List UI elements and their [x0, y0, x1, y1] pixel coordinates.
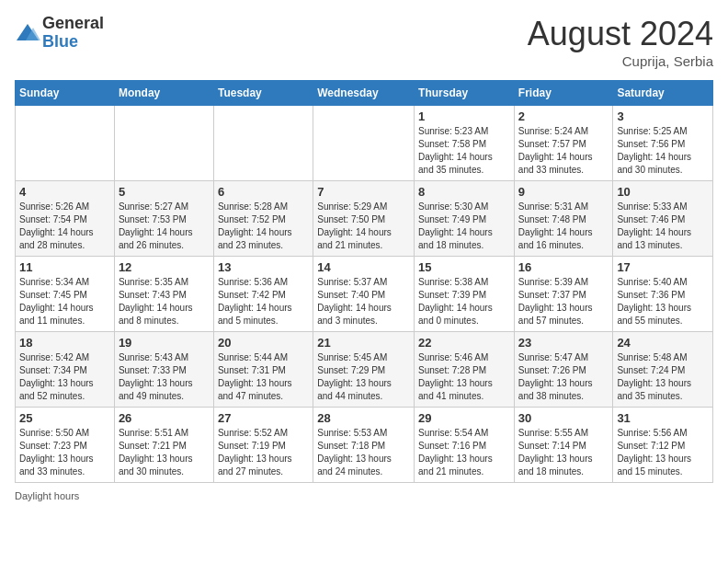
- day-info: Sunrise: 5:56 AM Sunset: 7:12 PM Dayligh…: [617, 427, 709, 478]
- calendar-cell: 29Sunrise: 5:54 AM Sunset: 7:16 PM Dayli…: [415, 408, 515, 483]
- day-number: 12: [119, 260, 210, 274]
- daylight-label: Daylight hours: [15, 490, 79, 501]
- day-number: 29: [418, 411, 510, 425]
- calendar-cell: 15Sunrise: 5:38 AM Sunset: 7:39 PM Dayli…: [415, 257, 515, 332]
- day-info: Sunrise: 5:30 AM Sunset: 7:49 PM Dayligh…: [418, 201, 510, 252]
- weekday-header-thursday: Thursday: [415, 81, 515, 106]
- calendar-cell: 18Sunrise: 5:42 AM Sunset: 7:34 PM Dayli…: [16, 332, 115, 408]
- calendar-header: SundayMondayTuesdayWednesdayThursdayFrid…: [16, 81, 713, 106]
- logo-general-text: General: [42, 15, 104, 33]
- day-number: 4: [19, 185, 110, 199]
- day-info: Sunrise: 5:34 AM Sunset: 7:45 PM Dayligh…: [19, 276, 110, 327]
- logo-text: General Blue: [42, 15, 104, 52]
- weekday-header-row: SundayMondayTuesdayWednesdayThursdayFrid…: [16, 81, 713, 106]
- calendar-cell: 8Sunrise: 5:30 AM Sunset: 7:49 PM Daylig…: [415, 181, 515, 257]
- calendar-cell: 23Sunrise: 5:47 AM Sunset: 7:26 PM Dayli…: [514, 332, 613, 408]
- footer: Daylight hours: [15, 490, 713, 501]
- day-info: Sunrise: 5:36 AM Sunset: 7:42 PM Dayligh…: [218, 276, 309, 327]
- day-info: Sunrise: 5:28 AM Sunset: 7:52 PM Dayligh…: [218, 201, 309, 252]
- calendar-cell: 30Sunrise: 5:55 AM Sunset: 7:14 PM Dayli…: [514, 408, 613, 483]
- day-info: Sunrise: 5:54 AM Sunset: 7:16 PM Dayligh…: [418, 427, 510, 478]
- day-number: 15: [418, 260, 510, 274]
- day-number: 22: [418, 336, 510, 350]
- day-number: 1: [418, 109, 510, 123]
- day-info: Sunrise: 5:52 AM Sunset: 7:19 PM Dayligh…: [218, 427, 309, 478]
- day-number: 31: [617, 411, 709, 425]
- calendar-cell: [114, 106, 213, 181]
- day-info: Sunrise: 5:23 AM Sunset: 7:58 PM Dayligh…: [418, 125, 510, 177]
- day-info: Sunrise: 5:40 AM Sunset: 7:36 PM Dayligh…: [617, 276, 709, 327]
- logo: General Blue: [15, 15, 104, 52]
- day-info: Sunrise: 5:39 AM Sunset: 7:37 PM Dayligh…: [518, 276, 609, 327]
- calendar-cell: 4Sunrise: 5:26 AM Sunset: 7:54 PM Daylig…: [16, 181, 115, 257]
- logo-icon: [15, 20, 40, 46]
- day-info: Sunrise: 5:42 AM Sunset: 7:34 PM Dayligh…: [19, 351, 110, 403]
- day-info: Sunrise: 5:29 AM Sunset: 7:50 PM Dayligh…: [317, 201, 410, 252]
- day-info: Sunrise: 5:35 AM Sunset: 7:43 PM Dayligh…: [119, 276, 210, 327]
- day-info: Sunrise: 5:47 AM Sunset: 7:26 PM Dayligh…: [518, 351, 609, 403]
- calendar-cell: 24Sunrise: 5:48 AM Sunset: 7:24 PM Dayli…: [613, 332, 713, 408]
- calendar-week-0: 1Sunrise: 5:23 AM Sunset: 7:58 PM Daylig…: [16, 106, 713, 181]
- calendar-cell: 21Sunrise: 5:45 AM Sunset: 7:29 PM Dayli…: [313, 332, 415, 408]
- day-info: Sunrise: 5:43 AM Sunset: 7:33 PM Dayligh…: [119, 351, 210, 403]
- day-number: 5: [119, 185, 210, 199]
- calendar-cell: 10Sunrise: 5:33 AM Sunset: 7:46 PM Dayli…: [613, 181, 713, 257]
- day-info: Sunrise: 5:45 AM Sunset: 7:29 PM Dayligh…: [317, 351, 410, 403]
- weekday-header-monday: Monday: [114, 81, 213, 106]
- calendar-cell: 3Sunrise: 5:25 AM Sunset: 7:56 PM Daylig…: [613, 106, 713, 181]
- day-number: 3: [617, 109, 709, 123]
- day-number: 24: [617, 336, 709, 350]
- day-number: 28: [317, 411, 410, 425]
- calendar-week-2: 11Sunrise: 5:34 AM Sunset: 7:45 PM Dayli…: [16, 257, 713, 332]
- weekday-header-saturday: Saturday: [613, 81, 713, 106]
- calendar-cell: 6Sunrise: 5:28 AM Sunset: 7:52 PM Daylig…: [213, 181, 313, 257]
- calendar-cell: 22Sunrise: 5:46 AM Sunset: 7:28 PM Dayli…: [415, 332, 515, 408]
- calendar-cell: 16Sunrise: 5:39 AM Sunset: 7:37 PM Dayli…: [514, 257, 613, 332]
- calendar-cell: 31Sunrise: 5:56 AM Sunset: 7:12 PM Dayli…: [613, 408, 713, 483]
- day-info: Sunrise: 5:48 AM Sunset: 7:24 PM Dayligh…: [617, 351, 709, 403]
- day-info: Sunrise: 5:44 AM Sunset: 7:31 PM Dayligh…: [218, 351, 309, 403]
- day-number: 27: [218, 411, 309, 425]
- day-info: Sunrise: 5:31 AM Sunset: 7:48 PM Dayligh…: [518, 201, 609, 252]
- day-number: 9: [518, 185, 609, 199]
- calendar-cell: 19Sunrise: 5:43 AM Sunset: 7:33 PM Dayli…: [114, 332, 213, 408]
- calendar-cell: [16, 106, 115, 181]
- calendar-cell: 20Sunrise: 5:44 AM Sunset: 7:31 PM Dayli…: [213, 332, 313, 408]
- calendar-body: 1Sunrise: 5:23 AM Sunset: 7:58 PM Daylig…: [16, 106, 713, 483]
- day-number: 17: [617, 260, 709, 274]
- calendar-cell: 27Sunrise: 5:52 AM Sunset: 7:19 PM Dayli…: [213, 408, 313, 483]
- calendar-cell: 9Sunrise: 5:31 AM Sunset: 7:48 PM Daylig…: [514, 181, 613, 257]
- calendar-cell: 5Sunrise: 5:27 AM Sunset: 7:53 PM Daylig…: [114, 181, 213, 257]
- logo-blue-text: Blue: [42, 33, 104, 52]
- calendar-cell: 13Sunrise: 5:36 AM Sunset: 7:42 PM Dayli…: [213, 257, 313, 332]
- day-number: 19: [119, 336, 210, 350]
- calendar-cell: 2Sunrise: 5:24 AM Sunset: 7:57 PM Daylig…: [514, 106, 613, 181]
- day-info: Sunrise: 5:50 AM Sunset: 7:23 PM Dayligh…: [19, 427, 110, 478]
- month-title: August 2024: [528, 15, 713, 53]
- day-number: 26: [119, 411, 210, 425]
- calendar-cell: 26Sunrise: 5:51 AM Sunset: 7:21 PM Dayli…: [114, 408, 213, 483]
- calendar-cell: 14Sunrise: 5:37 AM Sunset: 7:40 PM Dayli…: [313, 257, 415, 332]
- calendar-week-4: 25Sunrise: 5:50 AM Sunset: 7:23 PM Dayli…: [16, 408, 713, 483]
- day-number: 25: [19, 411, 110, 425]
- calendar-cell: 7Sunrise: 5:29 AM Sunset: 7:50 PM Daylig…: [313, 181, 415, 257]
- day-info: Sunrise: 5:46 AM Sunset: 7:28 PM Dayligh…: [418, 351, 510, 403]
- day-number: 10: [617, 185, 709, 199]
- title-block: August 2024 Cuprija, Serbia: [528, 15, 713, 69]
- day-number: 8: [418, 185, 510, 199]
- day-info: Sunrise: 5:55 AM Sunset: 7:14 PM Dayligh…: [518, 427, 609, 478]
- calendar-week-1: 4Sunrise: 5:26 AM Sunset: 7:54 PM Daylig…: [16, 181, 713, 257]
- day-info: Sunrise: 5:24 AM Sunset: 7:57 PM Dayligh…: [518, 125, 609, 177]
- weekday-header-wednesday: Wednesday: [313, 81, 415, 106]
- calendar-cell: 12Sunrise: 5:35 AM Sunset: 7:43 PM Dayli…: [114, 257, 213, 332]
- day-number: 16: [518, 260, 609, 274]
- day-number: 30: [518, 411, 609, 425]
- calendar-cell: 17Sunrise: 5:40 AM Sunset: 7:36 PM Dayli…: [613, 257, 713, 332]
- day-info: Sunrise: 5:38 AM Sunset: 7:39 PM Dayligh…: [418, 276, 510, 327]
- day-info: Sunrise: 5:27 AM Sunset: 7:53 PM Dayligh…: [119, 201, 210, 252]
- weekday-header-tuesday: Tuesday: [213, 81, 313, 106]
- page-header: General Blue August 2024 Cuprija, Serbia: [15, 15, 713, 69]
- day-info: Sunrise: 5:26 AM Sunset: 7:54 PM Dayligh…: [19, 201, 110, 252]
- calendar-cell: 11Sunrise: 5:34 AM Sunset: 7:45 PM Dayli…: [16, 257, 115, 332]
- weekday-header-friday: Friday: [514, 81, 613, 106]
